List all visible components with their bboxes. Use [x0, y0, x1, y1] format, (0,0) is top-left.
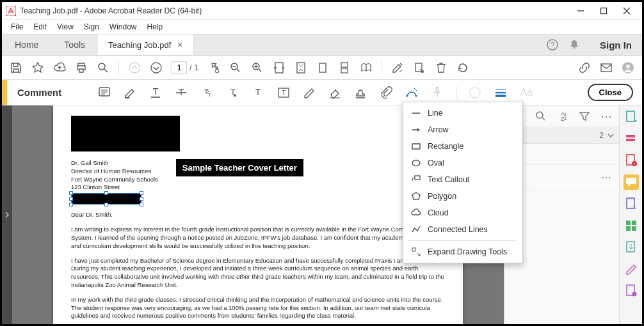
dropdown-rectangle[interactable]: Rectangle	[403, 138, 522, 155]
delete-icon[interactable]	[435, 61, 447, 74]
selection-tool-icon[interactable]	[207, 61, 220, 74]
combine-files-icon[interactable]	[624, 131, 639, 146]
insert-text-icon[interactable]: T	[225, 86, 239, 100]
text-box-icon[interactable]: T	[277, 86, 291, 100]
protect-icon[interactable]	[624, 283, 639, 299]
save-icon[interactable]	[10, 61, 22, 74]
menu-edit[interactable]: Edit	[29, 21, 51, 33]
tab-tools[interactable]: Tools	[51, 35, 98, 55]
menu-window[interactable]: Window	[106, 21, 141, 33]
pencil-icon[interactable]	[302, 86, 316, 100]
left-nav-strip[interactable]	[2, 105, 12, 324]
page-down-icon[interactable]	[150, 61, 163, 74]
comment-item-more-icon[interactable]: ⋯	[601, 171, 613, 183]
svg-point-67	[632, 292, 636, 297]
rotate-icon[interactable]	[456, 61, 469, 74]
tab-file-active[interactable]: Teaching Job.pdf ×	[98, 35, 193, 55]
attachment-icon[interactable]	[379, 86, 393, 100]
text-comment-icon[interactable]: T	[251, 86, 265, 100]
title-banner: Sample Teacher Cover Letter	[176, 159, 303, 176]
star-icon[interactable]	[31, 61, 44, 74]
sign-in-button[interactable]: Sign In	[590, 35, 642, 55]
svg-point-27	[626, 65, 630, 68]
svg-rect-54	[627, 111, 634, 121]
page-up-icon[interactable]	[128, 61, 141, 74]
export-icon[interactable]	[413, 61, 426, 74]
scroll-view-icon[interactable]	[338, 61, 351, 74]
share-link-icon[interactable]	[578, 61, 591, 74]
svg-point-50	[536, 112, 543, 118]
svg-rect-65	[627, 242, 634, 252]
dropdown-connected-lines[interactable]: Connected Lines	[403, 221, 522, 238]
menu-file[interactable]: File	[7, 21, 27, 33]
polygon-shape-icon	[411, 191, 421, 201]
zoom-in-icon[interactable]	[251, 61, 264, 74]
strikethrough-icon[interactable]: T	[174, 86, 188, 100]
tab-home[interactable]: Home	[2, 35, 51, 55]
svg-rect-20	[297, 63, 305, 73]
read-mode-icon[interactable]	[360, 61, 373, 74]
sticky-note-icon[interactable]	[97, 86, 111, 100]
sign-tool-icon[interactable]	[624, 261, 639, 277]
page-view-icon[interactable]	[316, 61, 329, 74]
email-icon[interactable]	[600, 61, 613, 74]
export-pdf-icon[interactable]	[624, 240, 639, 255]
dropdown-expand-tools[interactable]: Expand Drawing Tools	[403, 244, 522, 260]
comment-tool-icon[interactable]	[624, 175, 639, 190]
fit-width-icon[interactable]	[273, 61, 286, 74]
help-icon[interactable]: ?	[546, 38, 559, 51]
fit-page-icon[interactable]	[294, 61, 307, 74]
panel-sort-icon[interactable]: AZ	[556, 110, 569, 123]
zoom-out-icon[interactable]	[229, 61, 242, 74]
dropdown-text-callout[interactable]: Text Callout	[403, 171, 522, 188]
line-thickness-icon[interactable]	[494, 86, 508, 100]
svg-rect-61	[626, 221, 631, 225]
menu-view[interactable]: View	[53, 21, 77, 33]
menu-help[interactable]: Help	[143, 21, 167, 33]
svg-text:T: T	[282, 89, 286, 97]
fill-sign-icon[interactable]	[624, 196, 639, 212]
right-tools-rail: +	[619, 105, 642, 324]
window-maximize-button[interactable]	[592, 2, 615, 19]
left-strip-handle-icon[interactable]	[4, 211, 10, 219]
print-icon[interactable]	[75, 61, 88, 74]
selected-redaction-rect[interactable]	[71, 193, 141, 205]
edit-tool-icon[interactable]	[391, 61, 404, 74]
cloud-upload-icon[interactable]	[53, 61, 66, 74]
replace-text-icon[interactable]: TT	[200, 86, 214, 100]
text-style-icon[interactable]: Aa	[519, 86, 533, 100]
find-icon[interactable]	[97, 61, 109, 74]
bell-icon[interactable]	[568, 38, 581, 51]
acrobat-app-icon	[6, 6, 16, 16]
chevron-down-icon[interactable]	[608, 132, 614, 139]
organize-icon[interactable]	[624, 218, 639, 233]
panel-more-icon[interactable]: ⋯	[600, 110, 613, 123]
dropdown-oval[interactable]: Oval	[403, 155, 522, 171]
stamp-icon[interactable]	[353, 86, 367, 100]
dropdown-line[interactable]: Line	[403, 105, 522, 121]
color-picker-icon[interactable]	[468, 86, 482, 100]
window-minimize-button[interactable]	[569, 2, 592, 19]
page-current-input[interactable]	[172, 61, 187, 74]
svg-point-46	[470, 88, 480, 98]
create-pdf-icon[interactable]	[624, 109, 639, 125]
eraser-icon[interactable]	[328, 86, 342, 100]
panel-filter-icon[interactable]	[578, 110, 591, 123]
panel-search-icon[interactable]	[535, 110, 547, 123]
menu-sign[interactable]: Sign	[80, 21, 103, 33]
close-comment-button[interactable]: Close	[588, 84, 633, 101]
dropdown-arrow[interactable]: Arrow	[403, 121, 522, 138]
svg-text:T: T	[208, 92, 211, 98]
edit-pdf-icon[interactable]: +	[624, 153, 639, 168]
close-tab-icon[interactable]: ×	[177, 40, 182, 50]
svg-rect-70	[412, 144, 420, 149]
pin-icon[interactable]	[430, 86, 444, 100]
highlight-icon[interactable]	[123, 86, 137, 100]
svg-rect-0	[6, 6, 16, 16]
underline-icon[interactable]: T	[149, 86, 163, 100]
drawing-tools-dropdown-icon[interactable]	[405, 86, 419, 100]
dropdown-cloud[interactable]: Cloud	[403, 205, 522, 221]
dropdown-polygon[interactable]: Polygon	[403, 188, 522, 205]
account-icon[interactable]	[622, 61, 634, 74]
window-close-button[interactable]	[615, 2, 638, 19]
